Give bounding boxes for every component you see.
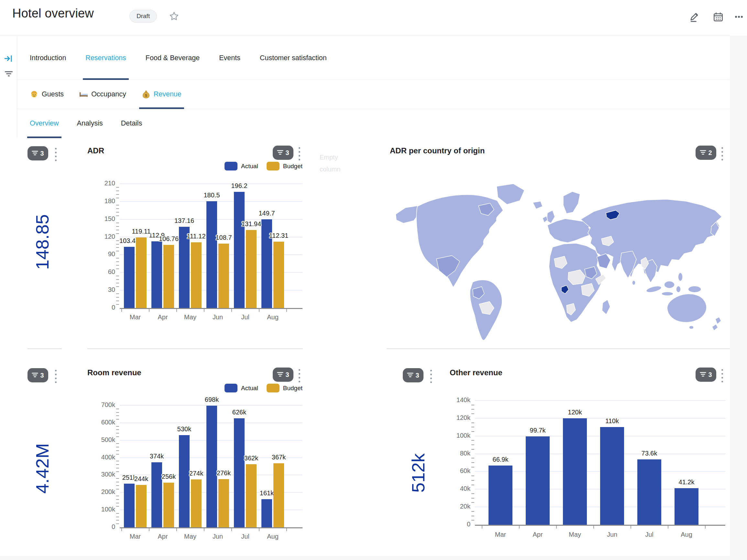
- y-tick-label: 40k: [450, 485, 470, 492]
- bar-actual-jun[interactable]: [600, 427, 624, 525]
- filters-panel-button[interactable]: [3, 69, 14, 80]
- y-tick-label: 120k: [450, 414, 470, 422]
- minor-tick: [471, 511, 474, 512]
- page-title: Hotel overview: [12, 6, 94, 20]
- section-tabs: Guests Occupancy $ Revenue: [17, 80, 729, 109]
- bar-actual-jul[interactable]: [637, 459, 661, 525]
- widget-menu[interactable]: [719, 146, 726, 162]
- tab-overview[interactable]: Overview: [30, 109, 59, 138]
- bar-actual-apr[interactable]: [151, 462, 162, 527]
- bar-actual-may[interactable]: [179, 435, 189, 527]
- value-label: 276k: [203, 469, 245, 477]
- minor-tick: [116, 286, 119, 287]
- bar-budget-jul[interactable]: [246, 230, 257, 308]
- bar-actual-jun[interactable]: [206, 201, 217, 308]
- legend-item-budget[interactable]: Budget: [266, 384, 303, 392]
- bar-actual-aug[interactable]: [674, 488, 698, 525]
- bar-budget-may[interactable]: [191, 242, 202, 308]
- widget-menu[interactable]: [296, 146, 303, 162]
- app-header: Hotel overview Draft: [0, 0, 747, 36]
- tab-food-beverage[interactable]: Food & Beverage: [146, 36, 200, 80]
- bar-actual-mar[interactable]: [124, 247, 135, 308]
- bar-actual-mar[interactable]: [124, 484, 135, 527]
- filter-badge[interactable]: 3: [696, 367, 716, 382]
- filter-icon: [700, 371, 706, 379]
- adr-bar-chart[interactable]: 0306090120150180210MarAprMayJunJulAug103…: [87, 176, 307, 328]
- minor-tick: [116, 283, 119, 283]
- room-revenue-bar-chart[interactable]: 0100k200k300k400k500k600k700kMarAprMayJu…: [87, 396, 307, 549]
- tab-customer-satisfaction[interactable]: Customer satisfaction: [260, 36, 327, 80]
- minor-tick: [116, 517, 119, 517]
- collapse-panel-button[interactable]: [3, 54, 14, 65]
- bar-budget-jul[interactable]: [246, 464, 257, 527]
- widget-menu[interactable]: [719, 367, 726, 384]
- filter-badge[interactable]: 3: [27, 146, 48, 160]
- tab-guests[interactable]: Guests: [30, 80, 64, 109]
- bar-actual-may[interactable]: [563, 418, 587, 525]
- legend-item-actual[interactable]: Actual: [225, 384, 258, 392]
- bar-budget-apr[interactable]: [163, 483, 174, 527]
- filter-badge[interactable]: 3: [273, 367, 293, 382]
- minor-tick: [116, 485, 119, 486]
- tab-occupancy[interactable]: Occupancy: [79, 80, 126, 109]
- tab-introduction[interactable]: Introduction: [30, 36, 66, 80]
- y-tick-label: 150: [87, 215, 115, 223]
- schedule-button[interactable]: [711, 10, 725, 25]
- header-more-button[interactable]: [732, 10, 746, 25]
- minor-tick: [116, 429, 119, 430]
- bar-budget-apr[interactable]: [163, 245, 174, 308]
- widget-menu[interactable]: [428, 368, 435, 385]
- minor-tick: [116, 212, 119, 212]
- bar-budget-jun[interactable]: [218, 479, 229, 527]
- world-choropleth-map[interactable]: [387, 175, 730, 344]
- widget-menu[interactable]: [296, 367, 303, 384]
- filter-badge[interactable]: 3: [403, 368, 423, 382]
- minor-tick: [116, 468, 119, 468]
- bar-actual-apr[interactable]: [151, 241, 162, 308]
- minor-tick: [116, 419, 119, 419]
- bar-budget-mar[interactable]: [136, 485, 147, 527]
- legend-item-actual[interactable]: Actual: [225, 162, 258, 171]
- minor-tick: [116, 269, 119, 269]
- value-label: 196.2: [218, 182, 260, 189]
- minor-tick: [116, 447, 119, 448]
- tab-events[interactable]: Events: [219, 36, 240, 80]
- bar-budget-mar[interactable]: [136, 237, 147, 308]
- favorite-star-button[interactable]: [167, 10, 181, 24]
- minor-tick: [116, 499, 119, 500]
- filter-badge[interactable]: 3: [273, 146, 293, 160]
- boundary-tick: [630, 526, 631, 529]
- guest-emoji-icon: [30, 90, 38, 99]
- y-tick-label: 180: [87, 197, 115, 205]
- bar-budget-may[interactable]: [191, 480, 202, 527]
- other-revenue-bar-chart[interactable]: 020k40k60k80k100k120k140kMarAprMayJunJul…: [450, 393, 735, 549]
- tab-revenue[interactable]: $ Revenue: [142, 80, 181, 109]
- bar-actual-jun[interactable]: [206, 406, 217, 527]
- bar-actual-mar[interactable]: [489, 465, 512, 525]
- bar-actual-apr[interactable]: [526, 436, 550, 525]
- legend-item-budget[interactable]: Budget: [266, 162, 303, 171]
- bar-actual-aug[interactable]: [261, 499, 272, 527]
- minor-tick: [116, 198, 119, 198]
- x-tick-label: Apr: [521, 531, 554, 538]
- bar-budget-jun[interactable]: [218, 244, 229, 308]
- edit-button[interactable]: [688, 10, 702, 25]
- bar-actual-jul[interactable]: [234, 192, 244, 308]
- axis-baseline: [120, 527, 303, 528]
- widget-menu[interactable]: [52, 146, 59, 163]
- empty-column-placeholder: Empty column: [319, 151, 356, 175]
- minor-tick: [116, 279, 119, 280]
- tab-reservations[interactable]: Reservations: [85, 36, 126, 80]
- tab-analysis[interactable]: Analysis: [77, 109, 103, 138]
- minor-tick: [116, 464, 119, 465]
- filter-badge[interactable]: 3: [27, 368, 48, 382]
- filter-icon: [32, 150, 38, 157]
- minor-tick: [471, 431, 474, 432]
- filter-badge[interactable]: 2: [696, 146, 716, 160]
- tab-details[interactable]: Details: [121, 109, 143, 138]
- legend-label: Budget: [283, 385, 303, 392]
- bar-budget-aug[interactable]: [274, 241, 284, 308]
- widget-menu[interactable]: [52, 368, 59, 385]
- bar-budget-aug[interactable]: [274, 463, 284, 527]
- legend-swatch: [266, 162, 280, 171]
